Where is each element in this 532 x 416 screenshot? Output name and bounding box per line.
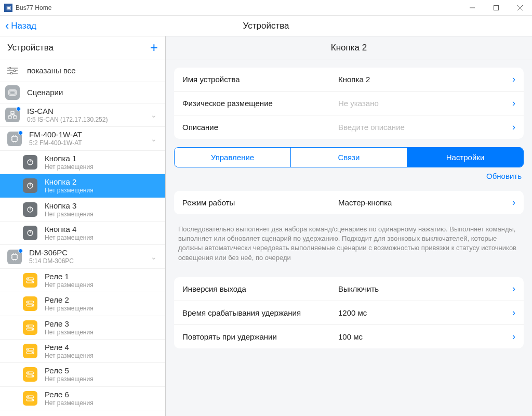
close-button[interactable] [508, 0, 532, 16]
svg-rect-36 [12, 254, 17, 259]
item-sublabel: Нет размещения [45, 399, 160, 407]
row-value: Введите описание [338, 123, 508, 132]
scenarios-icon [5, 85, 20, 100]
window-title: Bus77 Home [16, 4, 460, 11]
row-location[interactable]: Физическое размещение Не указано › [174, 91, 524, 115]
mode-description: Последовательно выполняет два набора ком… [166, 223, 532, 269]
row-label: Инверсия выхода [182, 284, 338, 293]
item-label: DM-306PC [29, 248, 151, 257]
params-card: Инверсия выхода Выключить › Время срабат… [174, 277, 524, 348]
svg-point-52 [32, 305, 33, 306]
sidebar-item-scenarios[interactable]: Сценарии [0, 82, 165, 103]
chevron-down-icon: ⌄ [151, 253, 160, 261]
sidebar-item-button3[interactable]: Кнопка 3Нет размещения [0, 198, 165, 222]
item-label: Кнопка 4 [45, 225, 160, 234]
chevron-right-icon: › [512, 197, 515, 208]
sidebar-item-relay6[interactable]: Реле 6Нет размещения [0, 387, 165, 410]
tab-control[interactable]: Управление [175, 148, 290, 167]
item-sublabel: 0:5 IS-CAN (172.17.130.252) [27, 116, 151, 123]
switch-icon [23, 367, 37, 382]
item-label: Реле 5 [45, 366, 160, 375]
window-titlebar: ▣ Bus77 Home [0, 0, 532, 16]
sidebar-item-button4[interactable]: Кнопка 4Нет размещения [0, 222, 165, 245]
item-label: Реле 1 [45, 272, 160, 281]
sidebar-item-relay5[interactable]: Реле 5Нет размещения [0, 363, 165, 386]
filter-icon [7, 67, 18, 74]
svg-point-60 [32, 352, 33, 354]
status-dot-icon [16, 107, 21, 111]
content-title: Кнопка 2 [166, 36, 532, 59]
back-label: Назад [11, 21, 36, 31]
app-icon: ▣ [4, 4, 12, 12]
sidebar-header: Устройства + [0, 36, 165, 59]
refresh-row: Обновить [166, 167, 532, 183]
sidebar-item-dm306pc[interactable]: DM-306PC 5:14 DM-306PC ⌄ [0, 245, 165, 268]
sidebar-item-button1[interactable]: Кнопка 1Нет размещения [0, 151, 165, 174]
switch-icon [23, 391, 37, 406]
svg-point-5 [9, 67, 11, 69]
power-icon [23, 178, 37, 193]
row-value: Мастер-кнопка [338, 198, 508, 207]
status-dot-icon [18, 131, 23, 135]
sidebar-item-relay4[interactable]: Реле 4Нет размещения [0, 340, 165, 363]
chip-icon [7, 132, 22, 146]
row-mode[interactable]: Режим работы Мастер-кнопка › [174, 191, 524, 214]
sidebar-item-iscan[interactable]: IS-CAN 0:5 IS-CAN (172.17.130.252) ⌄ [0, 103, 165, 127]
chevron-right-icon: › [512, 122, 515, 133]
chevron-right-icon: › [512, 331, 515, 342]
svg-rect-1 [494, 5, 499, 10]
item-sublabel: 5:2 FM-400-1W-AT [29, 139, 151, 147]
back-button[interactable]: ‹ Назад [0, 19, 36, 33]
row-repeat-hold[interactable]: Повторять при удержании 100 мс › [174, 324, 524, 348]
item-sublabel: Нет размещения [45, 352, 160, 359]
item-sublabel: Нет размещения [45, 281, 160, 289]
item-label: Реле 6 [45, 390, 160, 399]
svg-point-50 [28, 302, 29, 303]
maximize-button[interactable] [484, 0, 508, 16]
chevron-right-icon: › [512, 74, 515, 85]
chevron-down-icon: ⌄ [151, 111, 160, 119]
row-hold-time[interactable]: Время срабатывания удержания 1200 мс › [174, 301, 524, 324]
row-value: 100 мс [338, 332, 508, 341]
chevron-down-icon: ⌄ [151, 135, 160, 143]
item-sublabel: Нет размещения [45, 305, 160, 312]
row-label: Время срабатывания удержания [182, 308, 338, 317]
item-sublabel: Нет размещения [45, 375, 160, 383]
add-device-button[interactable]: + [150, 40, 158, 56]
row-value: Не указано [338, 99, 508, 108]
chevron-right-icon: › [512, 283, 515, 294]
item-label: FM-400-1W-AT [29, 130, 151, 139]
power-icon [23, 155, 37, 170]
minimize-button[interactable] [460, 0, 484, 16]
mode-card: Режим работы Мастер-кнопка › [174, 191, 524, 214]
sidebar-item-relay3[interactable]: Реле 3Нет размещения [0, 316, 165, 340]
network-icon [5, 108, 20, 122]
chevron-right-icon: › [512, 307, 515, 318]
refresh-button[interactable]: Обновить [486, 172, 522, 180]
item-sublabel: Нет размещения [45, 187, 160, 194]
item-label: Кнопка 1 [45, 154, 160, 163]
row-label: Описание [182, 123, 338, 132]
power-icon [23, 226, 37, 240]
chevron-right-icon: › [512, 98, 515, 109]
switch-icon [23, 344, 37, 358]
row-inversion[interactable]: Инверсия выхода Выключить › [174, 277, 524, 301]
switch-icon [23, 320, 37, 335]
tab-links[interactable]: Связи [290, 148, 407, 167]
row-device-name[interactable]: Имя устройства Кнопка 2 › [174, 68, 524, 91]
chip-icon [7, 250, 22, 264]
item-sublabel: Нет размещения [45, 211, 160, 218]
row-description[interactable]: Описание Введите описание › [174, 115, 524, 139]
item-label: Сценарии [27, 88, 160, 97]
sidebar-item-button2[interactable]: Кнопка 2Нет размещения [0, 174, 165, 198]
svg-rect-13 [8, 116, 11, 119]
sidebar-item-relay2[interactable]: Реле 2Нет размещения [0, 292, 165, 316]
sidebar-item-relay1[interactable]: Реле 1Нет размещения [0, 269, 165, 292]
item-sublabel: Нет размещения [45, 163, 160, 171]
svg-rect-14 [14, 116, 17, 119]
tab-settings[interactable]: Настройки [407, 148, 523, 167]
item-label: Реле 4 [45, 343, 160, 352]
filter-row[interactable]: показаны все [0, 59, 165, 82]
sidebar-item-fm400[interactable]: FM-400-1W-AT 5:2 FM-400-1W-AT ⌄ [0, 127, 165, 150]
item-label: Кнопка 3 [45, 201, 160, 211]
